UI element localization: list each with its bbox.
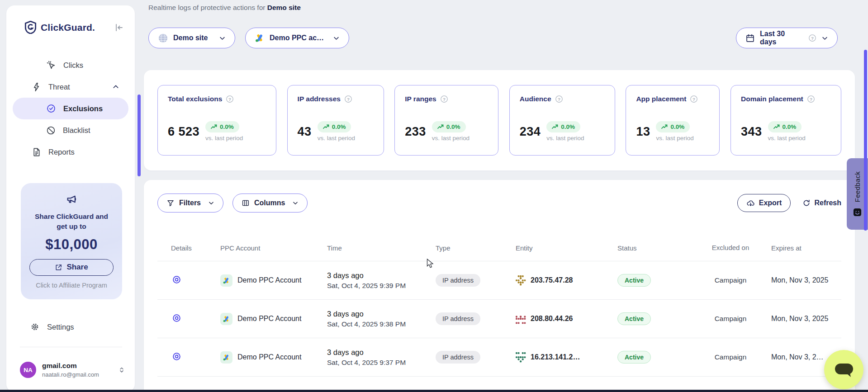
col-header-status[interactable]: Status [617,244,703,252]
stat-delta-block: 0.0% vs. last period [205,121,243,142]
ppc-account-selector[interactable]: Demo PPC ac… [245,28,349,48]
excluded-on-cell: Campaign [703,276,758,284]
sidebar-item-exclusions[interactable]: Exclusions [13,98,128,119]
affiliate-link[interactable]: Click to Affiliate Program [21,282,122,289]
ppc-account-selector-value: Demo PPC ac… [270,34,324,42]
trend-up-icon [552,124,558,129]
stat-delta-value: 0.0% [670,123,684,130]
view-details-eye-icon[interactable] [172,352,181,361]
stat-delta-note: vs. last period [768,135,806,142]
trend-up-icon [661,124,668,129]
stat-label: App placement [636,95,686,103]
lightning-icon [32,82,41,92]
stat-card: IP addresses ? 43 0.0% vs. last period [287,85,384,156]
stat-cards: Total exclusions ? 6 523 0.0% vs. last p… [157,85,841,156]
trend-up-icon [211,124,217,129]
window-edge [0,390,868,392]
sidebar-item-settings[interactable]: Settings [6,322,135,332]
col-header-type[interactable]: Type [436,244,516,252]
col-header-excluded-on[interactable]: Excluded on [703,243,758,252]
help-icon[interactable]: ? [555,95,563,103]
stat-label: IP addresses [298,95,341,103]
user-menu[interactable]: NA gmail.com naatali.ro@gmail.com [20,362,126,378]
filters-label: Filters [179,199,201,207]
sidebar-scrollbar[interactable] [138,94,141,176]
columns-button[interactable]: Columns [232,194,308,213]
type-badge: IP address [436,274,480,287]
entity-cell: 208.80.44.26 [516,314,617,324]
status-badge: Active [617,351,651,364]
expires-cell: Mon, Nov 3, 2025 [758,315,841,323]
stat-card: Audience ? 234 0.0% vs. last period [509,85,615,156]
svg-text:?: ? [810,97,812,102]
stat-card: Total exclusions ? 6 523 0.0% vs. last p… [157,85,276,156]
filters-button[interactable]: Filters [157,194,223,213]
view-details-eye-icon[interactable] [172,313,181,323]
stat-card-title: App placement ? [636,95,709,103]
stat-delta-badge: 0.0% [546,121,580,132]
sidebar-item-clicks[interactable]: Clicks [6,54,135,76]
type-badge: IP address [436,312,480,325]
time-absolute: Sat, Oct 4, 2025 9:39 PM [327,282,436,290]
svg-text:?: ? [443,97,446,102]
stat-delta-value: 0.0% [561,123,575,130]
type-cell: IP address [436,351,516,364]
trend-up-icon [773,124,780,129]
col-header-time[interactable]: Time [327,244,436,252]
help-icon[interactable]: ? [226,95,234,103]
svg-text:?: ? [228,97,231,102]
sidebar-item-reports[interactable]: Reports [6,141,135,163]
stat-delta-note: vs. last period [546,135,584,142]
col-header-expires[interactable]: Expires at [758,244,841,252]
type-cell: IP address [436,274,516,287]
share-button[interactable]: Share [29,259,114,276]
settings-label: Settings [47,323,74,331]
col-header-details[interactable]: Details [157,244,220,252]
status-cell: Active [617,351,703,364]
stat-card-title: IP addresses ? [298,95,374,103]
chat-launcher-button[interactable] [824,350,863,389]
svg-text:?: ? [558,97,560,102]
col-header-account[interactable]: PPC Account [220,244,327,252]
clickguard-shield-icon [24,21,37,34]
export-button[interactable]: Export [737,194,791,212]
stat-delta-block: 0.0% vs. last period [318,121,355,142]
share-button-label: Share [66,263,88,272]
ppc-account-cell: Demo PPC Account [220,313,327,325]
sidebar-item-blacklist[interactable]: Blacklist [6,119,135,141]
affiliate-promo-card: Share ClickGuard and get up to $10,000 S… [21,183,122,299]
ppc-account-cell: Demo PPC Account [220,351,327,364]
stat-card-title: Domain placement ? [741,95,831,103]
refresh-button[interactable]: Refresh [802,199,841,207]
google-ads-icon [220,274,232,287]
date-range-selector[interactable]: Last 30 days ? [736,28,838,48]
table-row: Demo PPC Account 3 days ago Sat, Oct 4, … [157,261,841,300]
entity-identicon [516,352,526,363]
col-header-entity[interactable]: Entity [516,244,617,252]
site-selector[interactable]: Demo site [148,28,235,48]
user-meta: gmail.com naatali.ro@gmail.com [42,362,99,378]
help-icon[interactable]: ? [807,95,815,103]
stat-delta-block: 0.0% vs. last period [656,121,693,142]
sidebar-item-threat[interactable]: Threat [6,76,135,98]
sidebar-collapse-icon[interactable] [114,23,124,33]
svg-text:?: ? [347,97,350,102]
calendar-icon [745,33,755,43]
sidebar-item-label: Exclusions [63,104,103,113]
stats-panel: Total exclusions ? 6 523 0.0% vs. last p… [144,70,855,170]
stat-value: 6 523 [168,125,199,139]
google-ads-icon [220,351,232,364]
entity-cell: 16.213.141.2… [516,352,617,363]
entity-value: 16.213.141.2… [531,353,580,361]
view-details-eye-icon[interactable] [172,275,181,284]
help-icon: ? [808,34,816,42]
time-cell: 3 days ago Sat, Oct 4, 2025 9:37 PM [327,348,436,367]
promo-amount: $10,000 [21,236,122,253]
help-icon[interactable]: ? [440,95,448,103]
chevron-down-icon [219,35,226,42]
help-icon[interactable]: ? [344,95,352,103]
time-cell: 3 days ago Sat, Oct 4, 2025 9:39 PM [327,271,436,290]
stat-value: 234 [520,125,541,139]
help-icon[interactable]: ? [690,95,698,103]
page-scrollbar[interactable] [864,50,867,231]
